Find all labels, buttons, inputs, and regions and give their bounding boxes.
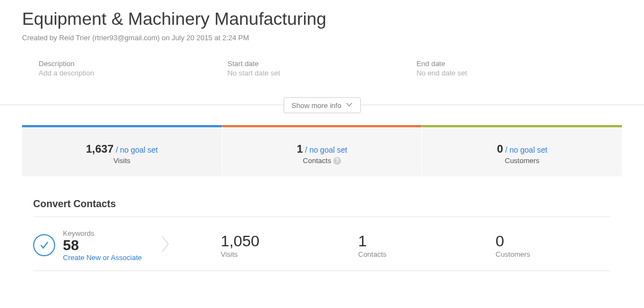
keywords-row: Keywords 58 Create New or Associate 1,05… bbox=[33, 225, 611, 271]
customers-value: 0 bbox=[497, 143, 503, 155]
end-date-field[interactable]: End date No end date set bbox=[417, 60, 605, 77]
stat-visits: 1,050 Visits bbox=[199, 233, 336, 258]
end-date-label: End date bbox=[417, 60, 605, 68]
contacts-goal-link[interactable]: / no goal set bbox=[303, 145, 347, 154]
tab-contacts[interactable]: 1 / no goal set Contacts ? bbox=[222, 125, 423, 176]
created-by-text: Created by Reid Trier (rtrier93@gmail.co… bbox=[22, 34, 622, 42]
stat-contacts-value: 1 bbox=[358, 233, 473, 250]
section-title: Convert Contacts bbox=[33, 198, 611, 210]
stat-customers-value: 0 bbox=[496, 233, 611, 250]
end-date-placeholder: No end date set bbox=[417, 69, 605, 77]
description-field[interactable]: Description Add a description bbox=[39, 60, 227, 77]
start-date-field[interactable]: Start date No start date set bbox=[227, 60, 416, 77]
chevron-down-icon bbox=[346, 101, 353, 109]
stat-customers-label: Customers bbox=[496, 250, 611, 258]
chevron-right-icon bbox=[161, 234, 171, 256]
stat-contacts-label: Contacts bbox=[358, 250, 473, 258]
stat-visits-value: 1,050 bbox=[221, 233, 336, 250]
show-more-label: Show more info bbox=[291, 101, 341, 109]
stat-customers: 0 Customers bbox=[473, 233, 611, 258]
visits-value: 1,637 bbox=[86, 143, 114, 155]
help-icon[interactable]: ? bbox=[333, 157, 341, 165]
visits-label: Visits bbox=[113, 156, 130, 165]
customers-label: Customers bbox=[505, 156, 540, 165]
start-date-placeholder: No start date set bbox=[227, 69, 416, 77]
description-placeholder: Add a description bbox=[39, 69, 227, 77]
contacts-label: Contacts bbox=[303, 156, 331, 165]
check-circle-icon bbox=[33, 234, 55, 256]
contacts-value: 1 bbox=[297, 143, 303, 155]
keywords-label: Keywords bbox=[63, 229, 142, 237]
keywords-value: 58 bbox=[63, 237, 142, 253]
tab-customers[interactable]: 0 / no goal set Customers bbox=[422, 125, 622, 176]
start-date-label: Start date bbox=[227, 60, 416, 68]
metric-tabs: 1,637 / no goal set Visits 1 / no goal s… bbox=[22, 125, 622, 176]
divider: Show more info bbox=[0, 105, 644, 105]
stat-visits-label: Visits bbox=[221, 250, 336, 258]
description-label: Description bbox=[39, 60, 227, 68]
create-or-associate-link[interactable]: Create New or Associate bbox=[63, 253, 142, 262]
show-more-button[interactable]: Show more info bbox=[283, 97, 360, 113]
visits-goal-link[interactable]: / no goal set bbox=[114, 145, 158, 154]
page-title: Equipment & Machinery Manufacturing bbox=[22, 9, 622, 29]
section-divider bbox=[33, 217, 611, 217]
tab-visits[interactable]: 1,637 / no goal set Visits bbox=[22, 125, 222, 176]
customers-goal-link[interactable]: / no goal set bbox=[503, 145, 547, 154]
stat-contacts: 1 Contacts bbox=[336, 233, 473, 258]
